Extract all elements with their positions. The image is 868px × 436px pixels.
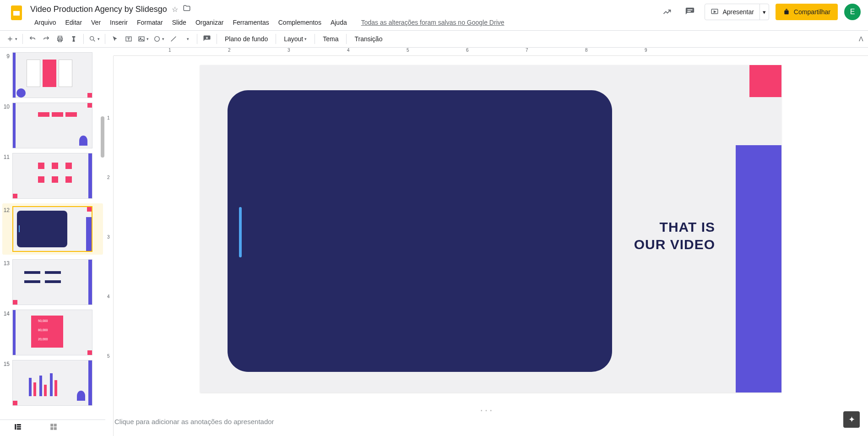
slide-thumb-13[interactable]: [12, 259, 92, 305]
slide-thumb-11[interactable]: [12, 153, 92, 199]
undo-button[interactable]: [26, 33, 39, 45]
slide-video-placeholder[interactable]: [228, 90, 612, 372]
svg-rect-16: [15, 424, 16, 430]
menu-organizar[interactable]: Organizar: [191, 17, 228, 28]
slide-thumb-10[interactable]: [12, 103, 92, 148]
svg-rect-19: [17, 428, 21, 430]
slide-number: 12: [2, 206, 12, 213]
slide-number: 13: [2, 259, 12, 267]
share-button[interactable]: Compartilhar: [776, 4, 838, 20]
shape-tool[interactable]: [152, 33, 166, 45]
menu-inserir[interactable]: Inserir: [106, 17, 132, 28]
vertical-ruler: 1 2 3 4 5: [105, 56, 114, 436]
redo-button[interactable]: [40, 33, 53, 45]
present-dropdown[interactable]: ▾: [760, 4, 769, 20]
paint-format-button[interactable]: [67, 33, 80, 45]
star-icon[interactable]: ☆: [172, 5, 178, 14]
image-tool[interactable]: [136, 33, 151, 45]
horizontal-ruler: 1 2 3 4 5 6 7 8 9: [114, 48, 868, 56]
svg-rect-18: [17, 426, 21, 428]
svg-rect-21: [54, 424, 57, 426]
svg-marker-5: [714, 11, 716, 13]
present-button[interactable]: Apresentar: [705, 8, 759, 16]
svg-line-10: [93, 40, 95, 41]
explore-button[interactable]: ✦: [843, 411, 860, 428]
slide-number: 10: [2, 103, 12, 110]
slide-purple-bar[interactable]: [736, 145, 781, 392]
activity-icon[interactable]: [659, 4, 675, 20]
new-slide-button[interactable]: [5, 33, 19, 45]
account-avatar[interactable]: E: [844, 4, 861, 20]
menu-arquivo[interactable]: Arquivo: [30, 17, 60, 28]
save-status[interactable]: Todas as alterações foram salvas no Goog…: [361, 19, 505, 26]
comments-icon[interactable]: [682, 4, 698, 20]
menu-ajuda[interactable]: Ajuda: [326, 17, 351, 28]
slide-canvas[interactable]: THAT IS OUR VIDEO: [200, 65, 781, 392]
filmstrip-scrollbar[interactable]: [101, 116, 104, 158]
layout-button[interactable]: Layout: [279, 33, 311, 45]
svg-point-14: [155, 37, 160, 42]
filmstrip[interactable]: 9 10 11: [0, 48, 105, 436]
menu-slide[interactable]: Slide: [168, 17, 190, 28]
menu-formatar[interactable]: Formatar: [133, 17, 167, 28]
comment-tool[interactable]: [201, 33, 213, 45]
svg-rect-23: [54, 427, 57, 430]
slide-thumb-15[interactable]: [12, 360, 92, 406]
menu-complementos[interactable]: Complementos: [274, 17, 326, 28]
print-button[interactable]: [54, 33, 66, 45]
filmstrip-view-icon[interactable]: [14, 423, 22, 433]
textbox-tool[interactable]: [122, 33, 135, 45]
move-folder-icon[interactable]: [183, 4, 191, 14]
slide-number: 11: [2, 153, 12, 160]
doc-title[interactable]: Video Production Agency by Slidesgo: [30, 5, 167, 14]
slide-number: 9: [2, 52, 12, 60]
menu-ferramentas[interactable]: Ferramentas: [228, 17, 273, 28]
background-button[interactable]: Plano de fundo: [220, 33, 272, 45]
transition-button[interactable]: Transição: [350, 33, 387, 45]
svg-point-9: [90, 37, 94, 40]
line-tool[interactable]: [167, 33, 180, 45]
video-cursor-indicator: [239, 207, 242, 257]
present-label: Apresentar: [722, 8, 754, 16]
speaker-notes[interactable]: Clique para adicionar as anotações do ap…: [105, 412, 868, 436]
slides-logo[interactable]: [7, 4, 26, 22]
slide-thumb-9[interactable]: [12, 52, 92, 98]
svg-rect-17: [17, 424, 21, 425]
grid-view-icon[interactable]: [49, 423, 58, 433]
slide-thumb-14[interactable]: 50,000 80,000 20,000: [12, 310, 92, 355]
svg-rect-3: [688, 11, 691, 12]
theme-button[interactable]: Tema: [318, 33, 343, 45]
slide-thumb-12[interactable]: [12, 206, 92, 252]
line-dropdown[interactable]: [181, 33, 194, 45]
svg-line-15: [171, 37, 176, 42]
svg-rect-22: [50, 427, 53, 430]
menu-ver[interactable]: Ver: [87, 17, 105, 28]
svg-rect-20: [50, 424, 53, 426]
slide-title-text[interactable]: THAT IS OUR VIDEO: [634, 218, 715, 253]
slide-pink-square[interactable]: [749, 65, 781, 97]
svg-rect-2: [688, 10, 693, 11]
slide-number: 14: [2, 310, 12, 317]
share-label: Compartilhar: [794, 8, 830, 16]
svg-rect-1: [13, 11, 20, 16]
collapse-toolbar-icon[interactable]: ᐱ: [859, 35, 863, 43]
slide-number: 15: [2, 360, 12, 367]
select-tool[interactable]: [108, 33, 121, 45]
menu-editar[interactable]: Editar: [61, 17, 86, 28]
zoom-button[interactable]: [87, 33, 102, 45]
notes-resize-handle[interactable]: • • •: [105, 409, 868, 412]
